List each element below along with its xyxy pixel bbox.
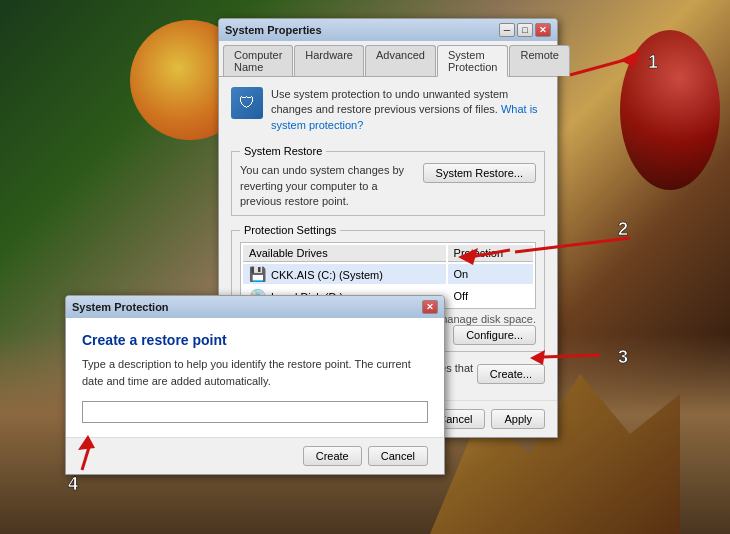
- dialog-body: Create a restore point Type a descriptio…: [66, 318, 444, 437]
- restore-row: You can undo system changes by reverting…: [240, 163, 536, 209]
- restore-description: You can undo system changes by reverting…: [240, 163, 415, 209]
- table-row[interactable]: 💾 CKK.AIS (C:) (System) On: [243, 264, 533, 284]
- tab-remote[interactable]: Remote: [509, 45, 570, 76]
- dialog-cancel-button[interactable]: Cancel: [368, 446, 428, 466]
- system-properties-title: System Properties: [225, 24, 322, 36]
- system-properties-titlebar: System Properties ─ □ ✕: [219, 19, 557, 41]
- dialog-create-button[interactable]: Create: [303, 446, 362, 466]
- dialog-description: Type a description to help you identify …: [82, 356, 428, 389]
- info-row: 🛡 Use system protection to undo unwanted…: [231, 87, 545, 133]
- system-protection-dialog-titlebar: System Protection ✕: [66, 296, 444, 318]
- system-protection-dialog: System Protection ✕ Create a restore poi…: [65, 295, 445, 475]
- bg-orb-red: [620, 30, 720, 190]
- dialog-close-button[interactable]: ✕: [422, 300, 438, 314]
- system-protection-dialog-title: System Protection: [72, 301, 169, 313]
- system-restore-legend: System Restore: [240, 145, 326, 157]
- tab-system-protection[interactable]: System Protection: [437, 45, 509, 77]
- col-drives: Available Drives: [243, 245, 446, 262]
- close-button[interactable]: ✕: [535, 23, 551, 37]
- dialog-titlebar-buttons: ✕: [422, 300, 438, 314]
- apply-button[interactable]: Apply: [491, 409, 545, 429]
- tabs-bar: Computer Name Hardware Advanced System P…: [219, 41, 557, 77]
- col-protection: Protection: [448, 245, 533, 262]
- tab-hardware[interactable]: Hardware: [294, 45, 364, 76]
- create-button[interactable]: Create...: [477, 364, 545, 384]
- info-main-text: Use system protection to undo unwanted s…: [271, 88, 508, 115]
- tab-advanced[interactable]: Advanced: [365, 45, 436, 76]
- restore-point-input[interactable]: [82, 401, 428, 423]
- drive-protection-c: On: [448, 264, 533, 284]
- drive-name-c: 💾 CKK.AIS (C:) (System): [243, 264, 446, 284]
- drive-protection-d: Off: [448, 286, 533, 306]
- drive-icon-c: 💾: [249, 266, 266, 282]
- configure-button[interactable]: Configure...: [453, 325, 536, 345]
- info-text: Use system protection to undo unwanted s…: [271, 87, 545, 133]
- minimize-button[interactable]: ─: [499, 23, 515, 37]
- system-restore-section: System Restore You can undo system chang…: [231, 145, 545, 216]
- shield-icon: 🛡: [231, 87, 263, 119]
- titlebar-buttons: ─ □ ✕: [499, 23, 551, 37]
- protection-legend: Protection Settings: [240, 224, 340, 236]
- dialog-buttons: Create Cancel: [66, 437, 444, 474]
- maximize-button[interactable]: □: [517, 23, 533, 37]
- dialog-heading: Create a restore point: [82, 332, 428, 348]
- tab-computer-name[interactable]: Computer Name: [223, 45, 293, 76]
- system-restore-button[interactable]: System Restore...: [423, 163, 536, 183]
